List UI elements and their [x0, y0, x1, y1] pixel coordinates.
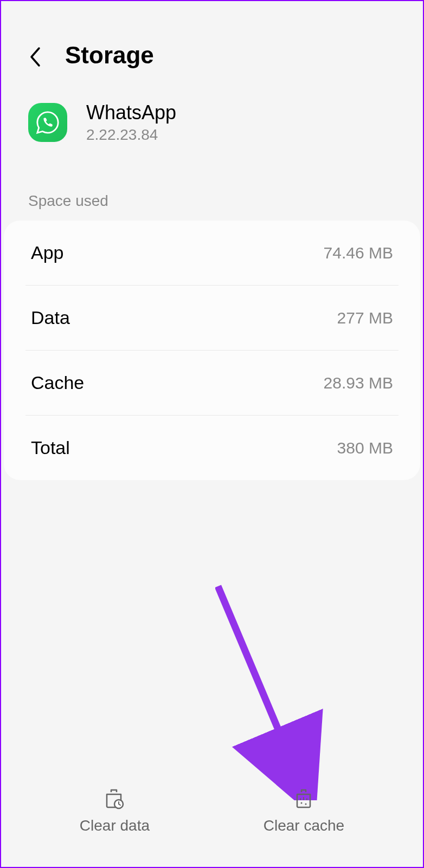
bottom-bar: Clear data Clear cache: [1, 781, 423, 851]
storage-label-app: App: [31, 242, 64, 263]
storage-row-app: App 74.46 MB: [25, 221, 399, 286]
svg-point-3: [301, 802, 303, 804]
back-icon[interactable]: [28, 46, 43, 68]
page-title: Storage: [65, 42, 154, 69]
storage-value-total: 380 MB: [337, 439, 393, 457]
trash-data-icon: [102, 787, 126, 811]
header: Storage: [1, 1, 423, 90]
storage-label-data: Data: [31, 307, 70, 328]
storage-value-app: 74.46 MB: [324, 244, 393, 262]
app-name: WhatsApp: [86, 101, 176, 124]
section-title: Space used: [1, 176, 423, 221]
app-version: 2.22.23.84: [86, 126, 176, 144]
clear-cache-label: Clear cache: [264, 817, 344, 834]
storage-value-cache: 28.93 MB: [324, 374, 393, 392]
storage-value-data: 277 MB: [337, 309, 393, 327]
clear-cache-button[interactable]: Clear cache: [242, 781, 366, 840]
svg-point-4: [305, 804, 307, 805]
storage-row-cache: Cache 28.93 MB: [25, 351, 399, 416]
whatsapp-icon: [28, 103, 67, 142]
storage-label-cache: Cache: [31, 372, 84, 393]
app-info: WhatsApp 2.22.23.84: [1, 90, 423, 176]
clear-data-button[interactable]: Clear data: [58, 781, 171, 840]
storage-row-total: Total 380 MB: [25, 416, 399, 480]
app-text: WhatsApp 2.22.23.84: [86, 101, 176, 144]
arrow-annotation: [215, 584, 324, 800]
clear-data-label: Clear data: [80, 817, 150, 834]
trash-cache-icon: [292, 787, 316, 811]
storage-label-total: Total: [31, 437, 70, 458]
storage-row-data: Data 277 MB: [25, 286, 399, 351]
svg-line-1: [218, 586, 297, 773]
storage-card: App 74.46 MB Data 277 MB Cache 28.93 MB …: [4, 221, 420, 480]
